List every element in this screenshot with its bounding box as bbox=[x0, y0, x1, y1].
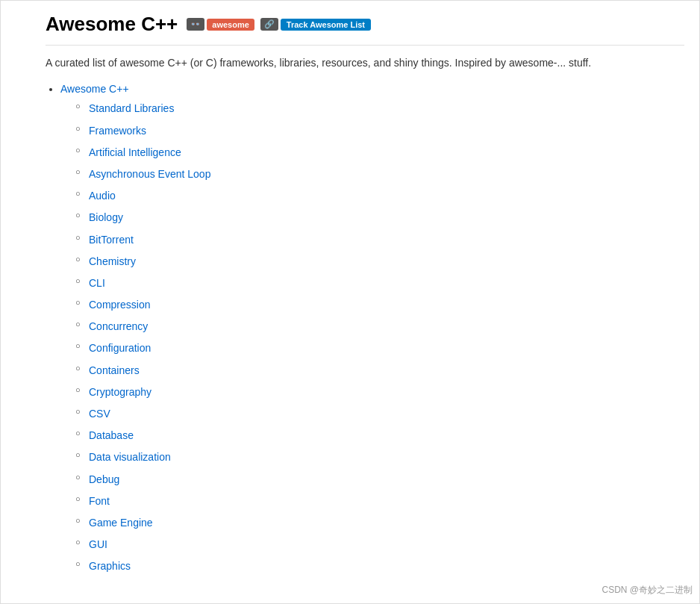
list-item: Audio bbox=[75, 187, 684, 205]
list-item: Debug bbox=[75, 470, 684, 489]
list-item: Artificial Intelligence bbox=[75, 143, 684, 162]
main-list: Awesome C++ Standard LibrariesFrameworks… bbox=[46, 83, 684, 576]
sub-nav-link[interactable]: Asynchronous Event Loop bbox=[89, 168, 210, 180]
header-section: Awesome C++ 👓 awesome 🔗 Track Awesome Li… bbox=[46, 13, 684, 46]
sub-nav-link[interactable]: Chemistry bbox=[89, 255, 136, 267]
list-item: Concurrency bbox=[75, 317, 684, 336]
sub-nav-link[interactable]: Standard Libraries bbox=[89, 102, 174, 114]
list-item: Data visualization bbox=[75, 448, 684, 467]
list-item: Compression bbox=[75, 296, 684, 314]
sub-nav-link[interactable]: Artificial Intelligence bbox=[89, 146, 181, 158]
sub-nav-link[interactable]: CLI bbox=[89, 277, 105, 289]
sub-nav-link[interactable]: Containers bbox=[89, 364, 140, 376]
badge-track[interactable]: 🔗 Track Awesome List bbox=[260, 18, 371, 31]
glasses-icon: 👓 bbox=[187, 18, 204, 31]
list-item: Standard Libraries bbox=[75, 99, 684, 118]
list-item: Containers bbox=[75, 361, 684, 380]
list-item: Frameworks bbox=[75, 122, 684, 140]
list-item: Graphics bbox=[75, 557, 684, 576]
list-item: Cryptography bbox=[75, 383, 684, 402]
sub-nav-link[interactable]: Audio bbox=[89, 190, 116, 202]
sub-nav-link[interactable]: CSV bbox=[89, 408, 110, 420]
list-item: Chemistry bbox=[75, 252, 684, 271]
sub-nav-link[interactable]: Database bbox=[89, 429, 134, 441]
sub-list: Standard LibrariesFrameworksArtificial I… bbox=[60, 99, 684, 576]
list-item: CSV bbox=[75, 405, 684, 423]
sub-nav-link[interactable]: Debug bbox=[89, 473, 119, 485]
track-awesome-list-button[interactable]: Track Awesome List bbox=[281, 19, 371, 31]
list-item: BitTorrent bbox=[75, 231, 684, 249]
list-item: Asynchronous Event Loop bbox=[75, 165, 684, 184]
sub-nav-link[interactable]: BitTorrent bbox=[89, 234, 134, 246]
sub-nav-link[interactable]: Concurrency bbox=[89, 320, 148, 332]
list-item: Font bbox=[75, 492, 684, 511]
sub-nav-link[interactable]: Font bbox=[89, 495, 110, 507]
list-item: Game Engine bbox=[75, 514, 684, 532]
list-item: Database bbox=[75, 426, 684, 445]
sub-nav-link[interactable]: Game Engine bbox=[89, 517, 153, 529]
sub-nav-link[interactable]: Data visualization bbox=[89, 451, 171, 463]
awesome-label: awesome bbox=[207, 19, 254, 31]
list-item: Configuration bbox=[75, 339, 684, 358]
sub-nav-link[interactable]: Frameworks bbox=[89, 125, 146, 137]
content-area: Awesome C++ 👓 awesome 🔗 Track Awesome Li… bbox=[1, 1, 699, 596]
list-item: GUI bbox=[75, 535, 684, 554]
list-item: Biology bbox=[75, 208, 684, 227]
main-list-item: Awesome C++ Standard LibrariesFrameworks… bbox=[60, 83, 684, 576]
sub-nav-link[interactable]: Cryptography bbox=[89, 386, 151, 398]
page-title: Awesome C++ bbox=[46, 13, 178, 36]
sub-nav-link[interactable]: GUI bbox=[89, 538, 107, 550]
track-icon: 🔗 bbox=[260, 18, 278, 31]
sub-nav-link[interactable]: Graphics bbox=[89, 560, 131, 572]
list-item: CLI bbox=[75, 274, 684, 293]
main-nav-link[interactable]: Awesome C++ bbox=[60, 83, 129, 95]
page-wrapper: Awesome C++ 👓 awesome 🔗 Track Awesome Li… bbox=[0, 0, 700, 604]
page-description: A curated list of awesome C++ (or C) fra… bbox=[46, 55, 684, 71]
sub-nav-link[interactable]: Compression bbox=[89, 299, 150, 311]
sub-nav-link[interactable]: Configuration bbox=[89, 342, 151, 354]
watermark: CSDN @奇妙之二进制 bbox=[601, 584, 693, 597]
sub-nav-link[interactable]: Biology bbox=[89, 211, 123, 223]
badge-awesome: 👓 awesome bbox=[187, 18, 254, 31]
